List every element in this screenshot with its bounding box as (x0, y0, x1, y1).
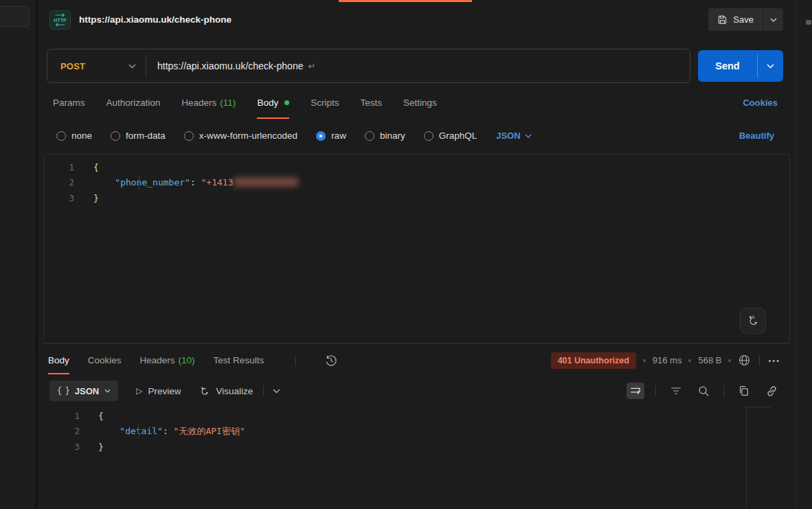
left-sidebar-strip (0, 0, 35, 509)
json-value: "+1413 (201, 177, 234, 188)
send-options-button[interactable] (758, 50, 783, 82)
radio-icon (111, 131, 120, 141)
tab-body[interactable]: Body (257, 84, 289, 121)
response-more-button[interactable]: ••• (768, 357, 780, 365)
code-text: { (93, 162, 99, 172)
code-line: 3 } (38, 439, 796, 455)
mode-binary[interactable]: binary (365, 131, 405, 141)
divider (295, 355, 296, 366)
tab-tests[interactable]: Tests (360, 84, 382, 121)
divider (655, 385, 656, 396)
response-format-select[interactable]: { } JSON (49, 381, 118, 401)
line-number: 3 (38, 442, 98, 452)
url-input-box: POST https://api.xiaomu.uk/check-phone ↵ (47, 49, 690, 83)
response-size[interactable]: 568 B (698, 355, 721, 365)
network-info-button[interactable] (738, 354, 751, 367)
body-modified-dot (284, 100, 289, 105)
link-button[interactable] (763, 382, 781, 400)
radio-icon (424, 131, 433, 141)
save-button[interactable]: Save (708, 8, 763, 31)
request-tabs-bar: Params Authorization Headers(11) Body Sc… (38, 84, 796, 121)
mode-form-data[interactable]: form-data (111, 131, 166, 141)
enter-hint: ↵ (308, 61, 315, 71)
response-time[interactable]: 916 ms (653, 355, 682, 365)
mode-none[interactable]: none (56, 131, 92, 141)
save-options-button[interactable] (763, 8, 783, 31)
response-tab-headers[interactable]: Headers(10) (140, 344, 195, 376)
mode-graphql[interactable]: GraphQL (424, 131, 477, 141)
scrollbar-track[interactable] (746, 407, 771, 509)
request-header-bar: HTTP https://api.xiaomu.uk/check-phone S… (38, 0, 796, 39)
request-body-editor[interactable]: 1 { 2 "phone_number": "+1413 3 } (43, 154, 790, 343)
beautify-link[interactable]: Beautify (739, 131, 774, 141)
save-button-group: Save (708, 8, 783, 31)
url-input[interactable]: https://api.xiaomu.uk/check-phone (157, 60, 303, 71)
tab-settings[interactable]: Settings (403, 84, 437, 121)
request-title: https://api.xiaomu.uk/check-phone (79, 14, 232, 25)
code-line: 2 "phone_number": "+1413 (44, 175, 789, 191)
search-icon[interactable] (695, 382, 712, 400)
format-label: JSON (75, 386, 99, 396)
wrap-text-button[interactable] (627, 383, 644, 399)
line-number: 2 (44, 177, 93, 188)
line-number: 1 (44, 162, 93, 172)
partial-sidebar-tab[interactable] (0, 6, 30, 27)
response-tab-test-results[interactable]: Test Results (214, 344, 264, 376)
tab-authorization[interactable]: Authorization (106, 84, 161, 121)
dot-separator (688, 359, 691, 362)
divider (263, 385, 264, 396)
dot-separator (728, 359, 731, 362)
divider (759, 355, 760, 366)
body-mode-bar: none form-data x-www-form-urlencoded raw… (38, 121, 796, 150)
response-status-cluster: 401 Unauthorized 916 ms 568 B (551, 352, 780, 369)
code-text: } (98, 442, 104, 452)
code-line: 2 "detail": "无效的API密钥" (38, 424, 796, 440)
response-tab-body[interactable]: Body (48, 344, 69, 376)
history-clock-icon (325, 354, 337, 367)
indent-guide (138, 424, 139, 440)
dot-separator (643, 359, 646, 362)
save-label: Save (733, 14, 754, 25)
send-button[interactable]: Send (698, 50, 757, 82)
response-headers-count: (10) (179, 355, 195, 365)
response-body-viewer[interactable]: 1 { 2 "detail": "无效的API密钥" 3 } (38, 405, 796, 509)
headers-count: (11) (220, 98, 236, 108)
mode-raw[interactable]: raw (316, 131, 346, 141)
filter-button[interactable] (667, 383, 685, 399)
mode-x-www-form-urlencoded[interactable]: x-www-form-urlencoded (184, 131, 297, 141)
tab-params[interactable]: Params (53, 84, 85, 121)
code-line: 3 } (44, 190, 789, 206)
response-panel: Body Cookies Headers(10) Test Results (38, 343, 796, 509)
response-header-bar: Body Cookies Headers(10) Test Results (38, 344, 796, 376)
response-tab-cookies[interactable]: Cookies (88, 344, 122, 376)
active-tab-accent-bar (339, 0, 472, 2)
partial-rail-icon (806, 20, 811, 25)
braces-icon: { } (57, 386, 69, 396)
method-selector[interactable]: POST (47, 61, 146, 71)
tab-scripts[interactable]: Scripts (311, 84, 339, 121)
cookies-link[interactable]: Cookies (743, 98, 778, 108)
http-method-icon: HTTP (49, 10, 71, 30)
code-text: "phone_number": "+1413 (93, 177, 298, 188)
radio-icon (365, 131, 374, 141)
copy-button[interactable] (735, 382, 753, 400)
visualize-options-chevron[interactable] (273, 389, 280, 394)
code-text: "detail": "无效的API密钥" (98, 425, 245, 438)
request-url-row: POST https://api.xiaomu.uk/check-phone ↵… (38, 39, 796, 84)
tab-headers[interactable]: Headers(11) (181, 84, 236, 121)
code-text: } (93, 193, 99, 203)
redacted-phone-blur (234, 177, 298, 187)
visualize-button[interactable]: Visualize (199, 385, 253, 397)
svg-text:HTTP: HTTP (54, 18, 67, 23)
request-panel: HTTP https://api.xiaomu.uk/check-phone S… (38, 0, 796, 509)
preview-icon: ▷ (136, 386, 142, 396)
postbot-button[interactable] (740, 308, 766, 334)
raw-language-select[interactable]: JSON (496, 131, 531, 141)
response-history-button[interactable] (325, 354, 337, 367)
preview-button[interactable]: ▷ Preview (136, 386, 181, 396)
language-label: JSON (496, 131, 520, 141)
visualize-sparkle-icon (199, 385, 210, 397)
chevron-down-icon (104, 389, 111, 393)
postbot-icon (746, 314, 760, 328)
status-badge[interactable]: 401 Unauthorized (551, 352, 636, 369)
